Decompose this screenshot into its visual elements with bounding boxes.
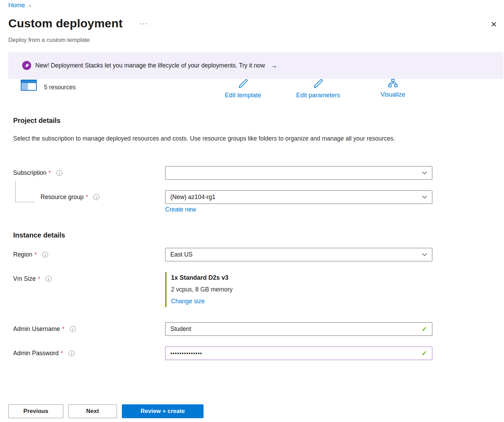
more-options-icon[interactable]: ··· [139, 19, 148, 27]
info-icon[interactable]: i [42, 252, 48, 258]
region-value: East US [170, 251, 422, 258]
region-dropdown[interactable]: East US [165, 248, 432, 261]
subscription-dropdown[interactable] [165, 166, 432, 180]
admin-username-field[interactable]: ✓ [165, 322, 432, 336]
edit-template-label: Edit template [225, 92, 261, 99]
template-resources-count: 5 resources [44, 84, 75, 91]
required-asterisk: * [38, 276, 40, 282]
required-asterisk: * [61, 350, 63, 357]
vm-size-summary: 1x Standard D2s v3 2 vcpus, 8 GB memory … [165, 272, 233, 307]
admin-username-label-text: Admin Username [13, 325, 60, 333]
admin-password-label: Admin Password * i [13, 350, 74, 357]
region-label: Region * i [13, 251, 48, 258]
next-button[interactable]: Next [68, 404, 117, 418]
admin-username-label: Admin Username * i [13, 325, 76, 333]
arrow-right-icon: → [270, 62, 277, 70]
deployment-stacks-banner[interactable]: New! Deployment Stacks let you manage th… [8, 52, 503, 79]
subscription-label-text: Subscription [13, 169, 46, 177]
page-title: Custom deployment [8, 17, 123, 30]
breadcrumb: Home › [8, 2, 31, 9]
chevron-down-icon [422, 253, 427, 256]
region-label-text: Region [13, 251, 32, 258]
info-icon[interactable]: i [46, 276, 52, 282]
previous-button[interactable]: Previous [8, 404, 63, 418]
checkmark-icon: ✓ [422, 325, 427, 333]
breadcrumb-chevron-icon: › [29, 2, 31, 8]
edit-template-button[interactable]: Edit template [215, 78, 271, 99]
title-row: Custom deployment ··· [8, 17, 148, 30]
admin-username-input[interactable] [170, 325, 418, 333]
vm-size-label: Vm Size * i [13, 275, 52, 282]
vm-size-specs: 2 vcpus, 8 GB memory [171, 286, 233, 293]
breadcrumb-home-link[interactable]: Home [8, 2, 25, 9]
resource-group-value: (New) az104-rg1 [170, 194, 422, 201]
chevron-down-icon [422, 171, 427, 174]
close-icon[interactable]: ✕ [491, 21, 497, 28]
project-details-heading: Project details [13, 117, 61, 125]
vm-size-selection: 1x Standard D2s v3 [171, 274, 233, 281]
template-icon [21, 79, 37, 93]
pencil-icon [313, 78, 324, 91]
visualize-button[interactable]: Visualize [372, 78, 414, 98]
info-icon[interactable]: i [93, 194, 99, 200]
chevron-down-icon [422, 196, 427, 199]
vm-size-label-text: Vm Size [13, 275, 36, 282]
pencil-icon [237, 78, 249, 91]
resource-group-dropdown[interactable]: (New) az104-rg1 [165, 190, 432, 204]
rocket-icon [22, 61, 31, 70]
admin-password-label-text: Admin Password [13, 350, 58, 357]
checkmark-icon: ✓ [422, 349, 427, 357]
info-icon[interactable]: i [69, 350, 74, 356]
edit-parameters-label: Edit parameters [296, 92, 340, 99]
info-icon[interactable]: i [70, 326, 76, 332]
subscription-group-connector [15, 181, 35, 202]
review-create-button[interactable]: Review + create [122, 404, 204, 418]
resource-group-label-text: Resource group [40, 194, 84, 201]
admin-password-input[interactable] [170, 350, 418, 357]
change-size-link[interactable]: Change size [171, 298, 205, 305]
admin-password-field[interactable]: ✓ [165, 347, 432, 360]
required-asterisk: * [48, 170, 51, 177]
project-details-description: Select the subscription to manage deploy… [13, 133, 411, 144]
required-asterisk: * [62, 326, 64, 333]
required-asterisk: * [34, 251, 37, 258]
custom-deployment-page: Home › Custom deployment ··· ✕ Deploy fr… [0, 0, 504, 422]
subscription-label: Subscription * i [13, 169, 62, 177]
edit-parameters-button[interactable]: Edit parameters [289, 78, 348, 99]
create-new-link[interactable]: Create new [165, 206, 196, 213]
resource-group-label: Resource group * i [40, 194, 99, 201]
page-subtitle: Deploy from a custom template [8, 37, 90, 44]
visualize-icon [388, 78, 398, 90]
required-asterisk: * [86, 194, 88, 201]
visualize-label: Visualize [380, 91, 405, 98]
banner-text: New! Deployment Stacks let you manage th… [35, 62, 265, 69]
instance-details-heading: Instance details [13, 231, 65, 239]
info-icon[interactable]: i [56, 170, 62, 176]
